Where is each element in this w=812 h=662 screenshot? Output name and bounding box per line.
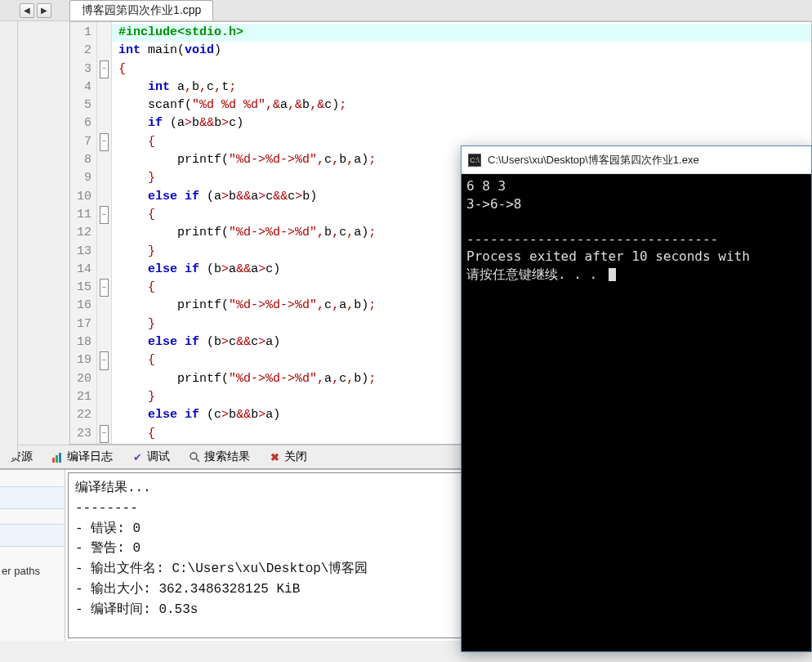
nav-back-button[interactable]: ◀ bbox=[20, 3, 34, 18]
tab-search-results[interactable]: 搜索结果 bbox=[181, 447, 257, 467]
tab-debug-label: 调试 bbox=[147, 450, 170, 464]
code-line[interactable]: int a,b,c,t; bbox=[118, 78, 805, 96]
panel-slot bbox=[0, 524, 65, 547]
fold-toggle[interactable]: − bbox=[100, 351, 109, 369]
compile-time: - 编译时间: 0.53s bbox=[75, 602, 198, 617]
console-process-exit: Process exited after 10 seconds with bbox=[466, 248, 750, 264]
fold-gutter[interactable]: −−−−−− bbox=[97, 22, 112, 444]
tab-bar: ◀ ▶ 博客园第四次作业1.cpp bbox=[0, 0, 812, 21]
code-line[interactable]: if (a>b&&b>c) bbox=[118, 114, 805, 132]
console-app-icon: C:\ bbox=[468, 154, 481, 167]
console-title: C:\Users\xu\Desktop\博客园第四次作业1.exe bbox=[488, 153, 699, 168]
code-line[interactable]: #include<stdio.h> bbox=[112, 24, 811, 42]
fold-toggle[interactable]: − bbox=[100, 133, 109, 151]
left-sidebar-edge: 类 bbox=[0, 0, 18, 458]
chart-icon bbox=[51, 450, 64, 463]
close-icon: ✖ bbox=[268, 450, 281, 463]
console-separator: -------------------------------- bbox=[466, 231, 718, 247]
compile-outfile: - 输出文件名: C:\Users\xu\Desktop\博客园 bbox=[75, 561, 368, 576]
console-line-input: 6 8 3 bbox=[466, 178, 506, 194]
search-icon bbox=[188, 450, 201, 463]
svg-rect-1 bbox=[56, 455, 58, 463]
svg-rect-2 bbox=[59, 453, 61, 463]
console-body[interactable]: 6 8 3 3->6->8 --------------------------… bbox=[462, 174, 811, 651]
fold-toggle[interactable]: − bbox=[100, 279, 109, 297]
svg-rect-0 bbox=[52, 458, 55, 463]
fold-toggle[interactable]: − bbox=[100, 60, 109, 78]
compile-errors: - 错误: 0 bbox=[75, 521, 141, 536]
line-number-gutter: 1234567891011121314151617181920212223 bbox=[70, 22, 97, 444]
cursor-icon bbox=[609, 268, 616, 281]
er-paths-label: er paths bbox=[0, 561, 65, 580]
code-line[interactable]: { bbox=[118, 60, 805, 78]
compile-header: 编译结果... bbox=[75, 481, 151, 495]
tab-compile-log[interactable]: 编译日志 bbox=[44, 447, 119, 467]
tab-compile-log-label: 编译日志 bbox=[67, 450, 113, 464]
fold-toggle[interactable]: − bbox=[100, 206, 109, 224]
fold-toggle[interactable]: − bbox=[100, 425, 109, 443]
compile-warnings: - 警告: 0 bbox=[75, 541, 141, 556]
code-line[interactable]: int main(void) bbox=[118, 42, 805, 60]
compile-panel-left: er paths bbox=[0, 470, 65, 641]
file-tab-label: 博客园第四次作业1.cpp bbox=[82, 3, 201, 16]
tab-search-results-label: 搜索结果 bbox=[204, 450, 250, 464]
svg-point-3 bbox=[190, 453, 197, 459]
console-line-output: 3->6->8 bbox=[466, 196, 521, 212]
file-tab[interactable]: 博客园第四次作业1.cpp bbox=[69, 0, 213, 20]
code-line[interactable]: scanf("%d %d %d",&a,&b,&c); bbox=[118, 96, 805, 114]
compile-outsize: - 输出大小: 362.3486328125 KiB bbox=[75, 582, 300, 597]
panel-slot bbox=[0, 486, 65, 509]
console-titlebar[interactable]: C:\ C:\Users\xu\Desktop\博客园第四次作业1.exe bbox=[462, 146, 811, 174]
check-icon: ✔ bbox=[131, 450, 144, 463]
tab-close-label: 关闭 bbox=[284, 450, 307, 464]
svg-line-4 bbox=[196, 458, 199, 462]
console-window[interactable]: C:\ C:\Users\xu\Desktop\博客园第四次作业1.exe 6 … bbox=[461, 145, 812, 652]
nav-forward-button[interactable]: ▶ bbox=[37, 3, 51, 18]
tab-close[interactable]: ✖ 关闭 bbox=[261, 447, 314, 467]
compile-sep: -------- bbox=[75, 501, 138, 516]
console-press-key: 请按任意键继续. . . bbox=[466, 266, 605, 282]
tab-debug[interactable]: ✔ 调试 bbox=[124, 447, 176, 467]
